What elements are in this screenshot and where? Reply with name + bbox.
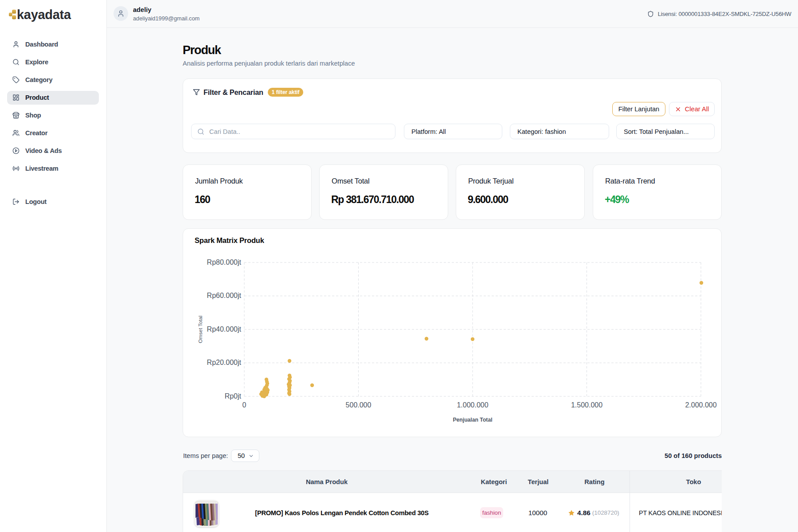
svg-text:Penjualan Total: Penjualan Total [453,417,492,423]
svg-text:2.000.000: 2.000.000 [685,401,716,409]
svg-text:Omset Total: Omset Total [197,316,203,343]
svg-text:Rp80.000jt: Rp80.000jt [207,258,242,266]
svg-text:500.000: 500.000 [346,401,372,409]
svg-text:Rp40.000jt: Rp40.000jt [207,325,242,333]
svg-text:1.000.000: 1.000.000 [457,401,488,409]
svg-text:Rp20.000jt: Rp20.000jt [207,359,242,366]
svg-text:0: 0 [243,401,246,409]
svg-text:Rp60.000jt: Rp60.000jt [207,292,242,299]
svg-text:Rp0jt: Rp0jt [225,392,242,400]
svg-text:1.500.000: 1.500.000 [571,401,602,409]
